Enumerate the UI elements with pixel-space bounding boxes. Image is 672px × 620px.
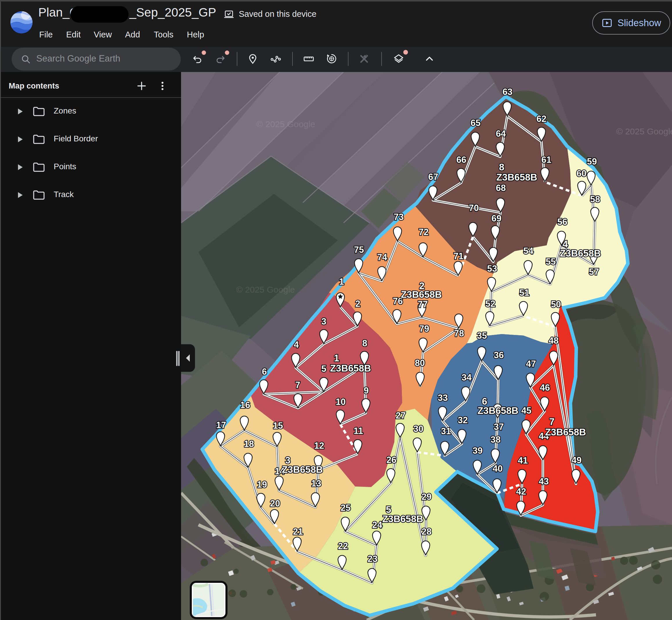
svg-text:41: 41 [518, 455, 528, 466]
svg-text:33: 33 [438, 393, 448, 403]
svg-text:Z3B658B: Z3B658B [401, 289, 442, 300]
svg-text:80: 80 [415, 358, 425, 368]
svg-text:12: 12 [314, 441, 324, 451]
svg-text:61: 61 [542, 155, 551, 165]
svg-text:67: 67 [428, 172, 438, 182]
svg-text:Z3B658B: Z3B658B [282, 464, 323, 475]
svg-text:36: 36 [494, 350, 504, 360]
svg-text:4: 4 [294, 340, 299, 350]
svg-text:47: 47 [526, 359, 536, 369]
svg-text:3: 3 [321, 316, 326, 326]
svg-text:65: 65 [470, 118, 481, 128]
svg-text:43: 43 [539, 476, 549, 486]
svg-text:71: 71 [453, 251, 463, 261]
svg-text:8: 8 [499, 162, 504, 172]
svg-text:57: 57 [589, 267, 599, 277]
svg-text:78: 78 [454, 328, 464, 339]
svg-text:54: 54 [523, 246, 534, 256]
svg-text:Z3B658B: Z3B658B [382, 513, 423, 524]
svg-text:35: 35 [477, 330, 487, 341]
svg-text:56: 56 [557, 217, 567, 227]
svg-text:2: 2 [355, 299, 360, 309]
svg-text:49: 49 [572, 455, 581, 465]
svg-text:24: 24 [372, 520, 382, 530]
svg-text:15: 15 [273, 421, 283, 431]
svg-text:75: 75 [354, 245, 364, 255]
svg-text:60: 60 [576, 168, 586, 178]
svg-text:37: 37 [494, 422, 504, 432]
svg-text:53: 53 [487, 264, 497, 274]
svg-text:59: 59 [587, 156, 597, 167]
svg-text:© 2025 Google: © 2025 Google [257, 119, 315, 129]
svg-text:50: 50 [551, 299, 561, 309]
svg-text:34: 34 [462, 372, 472, 382]
svg-text:7: 7 [295, 380, 300, 390]
svg-text:66: 66 [456, 155, 466, 165]
svg-text:48: 48 [549, 335, 559, 346]
svg-text:18: 18 [244, 439, 254, 449]
svg-text:46: 46 [540, 382, 550, 393]
svg-text:11: 11 [354, 426, 363, 436]
svg-text:8: 8 [362, 338, 367, 348]
svg-text:19: 19 [257, 479, 267, 490]
svg-text:52: 52 [486, 299, 495, 309]
svg-text:39: 39 [473, 446, 483, 456]
svg-text:1: 1 [334, 353, 339, 363]
svg-text:73: 73 [394, 212, 404, 222]
svg-text:68: 68 [496, 183, 506, 193]
svg-text:70: 70 [469, 203, 479, 213]
svg-text:Z3B658B: Z3B658B [496, 172, 537, 183]
svg-text:13: 13 [311, 478, 321, 488]
svg-text:74: 74 [377, 252, 387, 262]
svg-text:25: 25 [341, 503, 350, 513]
svg-text:27: 27 [396, 410, 406, 421]
svg-text:Z3B658B: Z3B658B [330, 363, 371, 373]
svg-text:72: 72 [419, 227, 429, 237]
svg-text:45: 45 [521, 406, 531, 416]
svg-text:63: 63 [503, 87, 512, 97]
svg-text:Z3B658B: Z3B658B [477, 405, 518, 416]
svg-text:22: 22 [338, 541, 348, 551]
svg-text:16: 16 [240, 400, 250, 410]
svg-text:29: 29 [422, 492, 432, 502]
svg-text:5: 5 [321, 364, 326, 374]
svg-text:© 2025 Google: © 2025 Google [616, 126, 672, 136]
svg-text:58: 58 [590, 194, 600, 204]
svg-text:64: 64 [496, 128, 506, 139]
svg-text:7: 7 [549, 416, 555, 427]
svg-text:23: 23 [368, 554, 378, 564]
svg-text:42: 42 [516, 486, 526, 497]
svg-text:28: 28 [422, 526, 432, 537]
svg-text:79: 79 [419, 324, 429, 334]
svg-text:32: 32 [458, 415, 468, 425]
svg-text:31: 31 [441, 426, 451, 436]
svg-text:20: 20 [270, 498, 280, 509]
svg-text:10: 10 [336, 397, 346, 407]
svg-text:38: 38 [491, 434, 501, 445]
svg-text:Z3B658B: Z3B658B [560, 248, 601, 259]
svg-text:51: 51 [519, 288, 529, 298]
svg-text:17: 17 [216, 420, 226, 430]
svg-text:30: 30 [413, 424, 423, 434]
svg-text:62: 62 [537, 114, 546, 124]
svg-text:69: 69 [492, 213, 501, 223]
svg-text:77: 77 [418, 299, 428, 309]
svg-text:55: 55 [546, 257, 556, 267]
svg-text:6: 6 [262, 367, 267, 377]
svg-text:1: 1 [339, 277, 344, 287]
svg-text:9: 9 [363, 385, 369, 396]
svg-text:Z3B658B: Z3B658B [545, 427, 586, 437]
svg-text:© 2025 Google: © 2025 Google [236, 285, 295, 294]
svg-text:40: 40 [493, 464, 503, 474]
svg-text:21: 21 [293, 526, 303, 537]
svg-text:26: 26 [387, 455, 396, 465]
